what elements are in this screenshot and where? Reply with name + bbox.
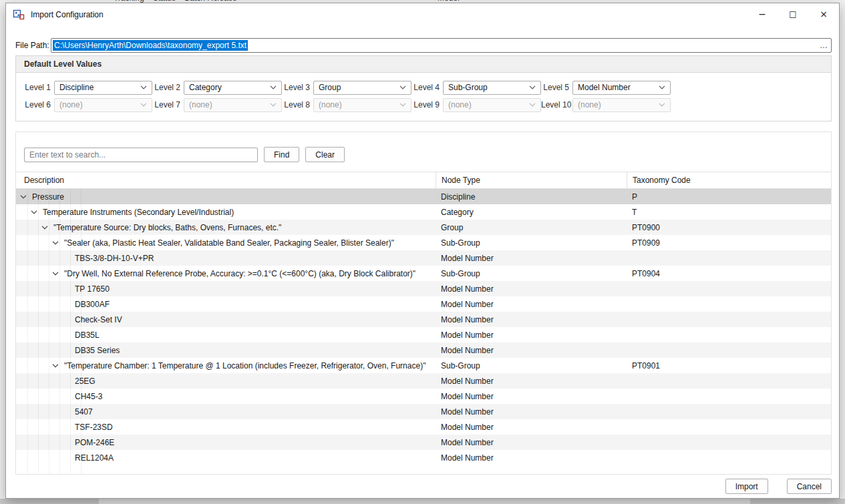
row-description-cell: Pressure <box>16 192 436 202</box>
row-node-type: Model Number <box>436 330 627 340</box>
chevron-down-icon <box>140 103 147 107</box>
level-1-dropdown[interactable]: Discipline <box>54 81 152 95</box>
row-description: DB35 Series <box>75 346 120 355</box>
dropdown-selected-value: (none) <box>319 100 342 109</box>
chevron-down-icon <box>529 85 536 89</box>
chevron-down-icon <box>659 85 665 89</box>
tree-row[interactable]: TBS-3/8-DH-10-V+PRModel Number <box>16 250 831 266</box>
tree-row[interactable]: "Sealer (aka, Plastic Heat Sealer, Valid… <box>16 235 831 250</box>
row-taxonomy-code: PT0900 <box>627 223 831 232</box>
tree-row[interactable]: TP 17650Model Number <box>16 281 831 296</box>
row-description: DB35L <box>75 330 100 340</box>
level-label: Level 8 <box>282 100 310 109</box>
tree-row[interactable]: PressureDisciplineP <box>16 189 831 204</box>
level-label: Level 10 <box>541 100 569 109</box>
level-9-dropdown: (none) <box>443 98 541 112</box>
level-label: Level 2 <box>152 83 180 92</box>
level-cell: Level 8(none) <box>282 97 411 112</box>
dropdown-selected-value: Model Number <box>578 83 631 92</box>
row-description-cell: Check-Set IV <box>16 315 436 324</box>
row-description: REL1204A <box>75 453 114 463</box>
level-label: Level 6 <box>23 100 51 109</box>
level-10-dropdown: (none) <box>572 98 671 112</box>
row-description: CH45-3 <box>75 392 102 401</box>
level-label: Level 3 <box>282 83 310 92</box>
level-label: Level 7 <box>152 100 180 109</box>
file-path-input[interactable]: C:\Users\HenryArth\Downloads\taxonomy_ex… <box>51 38 832 53</box>
level-cell: Level 2Category <box>152 80 282 95</box>
row-taxonomy-code: PT0909 <box>627 238 831 248</box>
tree-row[interactable]: DB35 SeriesModel Number <box>16 342 831 358</box>
app-icon <box>13 9 25 20</box>
row-node-type: Group <box>436 223 627 232</box>
level-3-dropdown[interactable]: Group <box>313 81 411 95</box>
tree-row[interactable]: 25EGModel Number <box>16 373 831 389</box>
cancel-button[interactable]: Cancel <box>787 479 832 494</box>
tree-row[interactable]: "Temperature Chamber: 1 Temperature @ 1 … <box>16 358 831 373</box>
tree-row[interactable]: "Dry Well, No External Reference Probe, … <box>16 266 831 281</box>
expand-chevron-icon[interactable] <box>29 210 39 214</box>
row-description: "Sealer (aka, Plastic Heat Sealer, Valid… <box>64 238 394 248</box>
level-7-dropdown: (none) <box>184 98 282 112</box>
row-taxonomy-code: PT0901 <box>627 361 831 370</box>
level-2-dropdown[interactable]: Category <box>184 81 282 95</box>
chevron-down-icon <box>140 85 147 89</box>
level-cell: Level 4Sub-Group <box>411 80 541 95</box>
level-4-dropdown[interactable]: Sub-Group <box>443 81 541 95</box>
browse-button[interactable]: … <box>818 39 830 52</box>
minimize-button[interactable]: − <box>747 3 778 24</box>
dropdown-selected-value: Sub-Group <box>448 83 488 92</box>
background-app-bottom-inner <box>99 499 750 504</box>
tree-row[interactable]: DB300AFModel Number <box>16 296 831 312</box>
maximize-button[interactable]: □ <box>778 3 808 24</box>
tree-row[interactable]: Check-Set IVModel Number <box>16 312 831 327</box>
chevron-down-icon <box>659 103 665 107</box>
row-node-type: Model Number <box>436 254 627 263</box>
chevron-down-icon <box>399 103 406 107</box>
dropdown-selected-value: Discipline <box>59 83 94 92</box>
column-header-description[interactable]: Description <box>16 172 436 188</box>
expand-chevron-icon[interactable] <box>50 241 61 245</box>
row-description-cell: POM-246E <box>16 438 436 447</box>
search-input[interactable] <box>24 148 258 162</box>
find-button[interactable]: Find <box>264 147 299 162</box>
expand-chevron-icon[interactable] <box>50 272 61 276</box>
tree-row[interactable]: REL1204AModel Number <box>16 450 831 465</box>
row-taxonomy-code: P <box>627 192 831 202</box>
tree-row[interactable]: DB35LModel Number <box>16 327 831 342</box>
dropdown-selected-value: (none) <box>578 100 601 109</box>
tree-row[interactable]: "Temperature Source: Dry blocks, Baths, … <box>16 220 831 235</box>
expand-chevron-icon[interactable] <box>50 364 61 368</box>
expand-chevron-icon[interactable] <box>18 195 29 199</box>
row-description-cell: TSF-23SD <box>16 423 436 432</box>
row-description: Check-Set IV <box>75 315 122 324</box>
level-cell: Level 9(none) <box>411 97 541 112</box>
tree-row[interactable]: POM-246EModel Number <box>16 435 831 450</box>
level-6-dropdown: (none) <box>54 98 152 112</box>
tree-row[interactable]: TSF-23SDModel Number <box>16 419 831 435</box>
chevron-down-icon <box>270 85 277 89</box>
column-header-node-type[interactable]: Node Type <box>436 172 627 188</box>
row-description-cell: DB35 Series <box>16 346 436 355</box>
import-button[interactable]: Import <box>725 479 768 494</box>
row-description: POM-246E <box>75 438 114 447</box>
clear-button[interactable]: Clear <box>305 147 345 162</box>
row-taxonomy-code: T <box>627 208 831 217</box>
row-description-cell: TP 17650 <box>16 284 436 294</box>
tree-row[interactable]: 5407Model Number <box>16 404 831 419</box>
row-node-type: Category <box>436 208 627 217</box>
row-description-cell: CH45-3 <box>16 392 436 401</box>
row-description: 25EG <box>75 376 96 386</box>
level-5-dropdown[interactable]: Model Number <box>572 81 671 95</box>
dropdown-selected-value: Category <box>189 83 222 92</box>
expand-chevron-icon[interactable] <box>39 226 50 230</box>
level-8-dropdown: (none) <box>313 98 411 112</box>
tree-row[interactable]: Temperature Instruments (Secondary Level… <box>16 204 831 220</box>
row-description: "Temperature Source: Dry blocks, Baths, … <box>53 223 281 232</box>
dialog-footer: Import Cancel <box>725 479 832 494</box>
close-button[interactable]: × <box>808 3 839 24</box>
tree-row[interactable]: CH45-3Model Number <box>16 389 831 404</box>
column-header-taxonomy-code[interactable]: Taxonomy Code <box>627 172 831 188</box>
tree-body: PressureDisciplinePTemperature Instrumen… <box>16 189 831 473</box>
import-configuration-dialog: Import Configuration − □ × File Path: C:… <box>5 3 840 499</box>
